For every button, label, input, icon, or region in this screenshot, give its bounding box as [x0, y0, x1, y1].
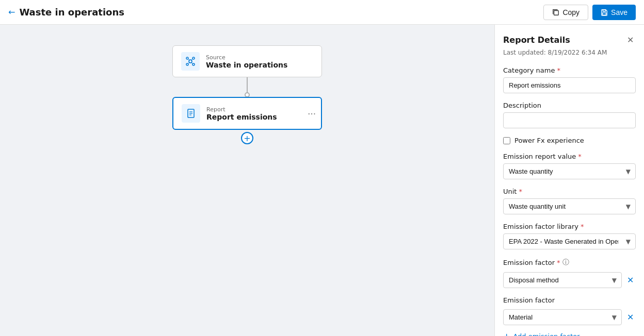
svg-point-5 — [192, 57, 195, 59]
emission-report-value-field-group: Emission report value * Waste quantity ▼ — [495, 148, 644, 183]
source-node[interactable]: Source Waste in operations — [172, 45, 322, 77]
topbar: ← Waste in operations Copy Save — [0, 0, 644, 25]
report-node-name: Report emissions — [206, 113, 277, 121]
report-node-text: Report Report emissions — [206, 106, 277, 121]
connector-line-1 — [247, 77, 248, 93]
emission-factor-library-select-wrapper: EPA 2022 - Waste Generated in Opera... ▼ — [503, 233, 636, 249]
emission-factor-1-select[interactable]: Disposal method — [503, 272, 622, 288]
report-node[interactable]: Report Report emissions ⋯ — [172, 97, 322, 130]
emission-report-value-label: Emission report value * — [503, 153, 636, 160]
category-name-label: Category name * — [503, 66, 636, 74]
copy-button[interactable]: Copy — [543, 5, 588, 20]
save-button[interactable]: Save — [592, 5, 636, 20]
emission-factor-required: * — [557, 259, 560, 266]
emission-report-value-select-wrapper: Waste quantity ▼ — [503, 163, 636, 179]
description-label: Description — [503, 102, 636, 109]
unit-label: Unit * — [503, 188, 636, 195]
emission-factor-2-select-wrapper: Material ▼ — [503, 309, 622, 325]
add-emission-factor-row[interactable]: + Add emission factor — [495, 329, 644, 336]
emission-factor-library-label: Emission factor library * — [503, 223, 636, 230]
unit-required: * — [519, 188, 522, 195]
category-name-field-group: Category name * — [495, 62, 644, 97]
category-name-input[interactable] — [503, 77, 636, 93]
save-icon — [601, 9, 608, 16]
topbar-left: ← Waste in operations — [8, 7, 124, 18]
svg-rect-1 — [603, 9, 605, 11]
panel-subtitle: Last updated: 8/19/2022 6:34 AM — [495, 49, 644, 62]
emission-factor-1-remove-button[interactable]: ✕ — [625, 273, 636, 287]
source-node-name: Waste in operations — [206, 61, 287, 69]
power-fx-label: Power Fx experience — [514, 137, 584, 144]
unit-field-group: Unit * Waste quantity unit ▼ — [495, 183, 644, 219]
add-emission-factor-label: Add emission factor — [513, 332, 579, 336]
emission-factor-2-remove-button[interactable]: ✕ — [625, 310, 636, 324]
report-icon — [186, 108, 196, 119]
main-layout: Source Waste in operations — [0, 25, 644, 336]
emission-factor-2-label: Emission factor — [503, 296, 636, 304]
emission-factor-1-x-icon: ✕ — [627, 276, 634, 284]
emission-report-value-required: * — [578, 153, 582, 160]
back-arrow-icon[interactable]: ← — [8, 7, 15, 17]
svg-rect-2 — [603, 12, 606, 14]
emission-factor-label-group: Emission factor * ⓘ — [495, 254, 644, 272]
right-panel: Report Details ✕ Last updated: 8/19/2022… — [494, 25, 644, 336]
node-menu-icon[interactable]: ⋯ — [308, 109, 316, 119]
page-title: Waste in operations — [19, 7, 124, 18]
topbar-actions: Copy Save — [543, 5, 636, 20]
emission-factor-1-select-wrapper: Disposal method ▼ — [503, 272, 622, 288]
panel-close-button[interactable]: ✕ — [625, 33, 636, 47]
add-emission-factor-plus-icon: + — [503, 331, 510, 336]
unit-select-wrapper: Waste quantity unit ▼ — [503, 198, 636, 214]
svg-point-4 — [186, 57, 188, 59]
emission-factor-library-required: * — [581, 223, 584, 230]
close-icon: ✕ — [627, 36, 634, 44]
copy-icon — [552, 9, 559, 16]
report-node-type: Report — [206, 106, 277, 113]
emission-factor-row-2: Material ▼ ✕ — [495, 309, 644, 329]
description-field-group: Description — [495, 97, 644, 132]
emission-factor-row-1: Disposal method ▼ ✕ — [495, 272, 644, 292]
emission-factor-info-icon[interactable]: ⓘ — [562, 258, 569, 267]
emission-factor-label: Emission factor * ⓘ — [503, 258, 636, 267]
emission-factor-2-select[interactable]: Material — [503, 309, 622, 325]
description-input[interactable] — [503, 112, 636, 128]
source-icon — [185, 56, 196, 66]
emission-factor-library-field-group: Emission factor library * EPA 2022 - Was… — [495, 219, 644, 254]
emission-factor-2-label-group: Emission factor — [495, 292, 644, 309]
canvas-area: Source Waste in operations — [0, 25, 494, 336]
report-node-icon-wrapper — [182, 104, 200, 123]
source-node-type: Source — [206, 54, 287, 61]
canvas-content: Source Waste in operations — [172, 45, 322, 144]
category-name-required: * — [557, 66, 560, 74]
emission-factor-2-x-icon: ✕ — [627, 313, 634, 322]
svg-point-7 — [192, 63, 195, 65]
add-node-button[interactable]: + — [241, 132, 253, 144]
emission-factor-library-select[interactable]: EPA 2022 - Waste Generated in Opera... — [503, 233, 636, 249]
unit-select[interactable]: Waste quantity unit — [503, 198, 636, 214]
panel-title: Report Details — [503, 35, 570, 45]
source-node-icon-wrapper — [181, 52, 200, 71]
power-fx-checkbox[interactable] — [503, 137, 510, 144]
panel-header: Report Details ✕ — [495, 25, 644, 49]
connector-1 — [245, 77, 250, 97]
svg-rect-0 — [554, 10, 559, 15]
power-fx-checkbox-row: Power Fx experience — [495, 132, 644, 148]
svg-point-6 — [186, 63, 188, 65]
source-node-text: Source Waste in operations — [206, 54, 287, 69]
emission-report-value-select[interactable]: Waste quantity — [503, 163, 636, 179]
